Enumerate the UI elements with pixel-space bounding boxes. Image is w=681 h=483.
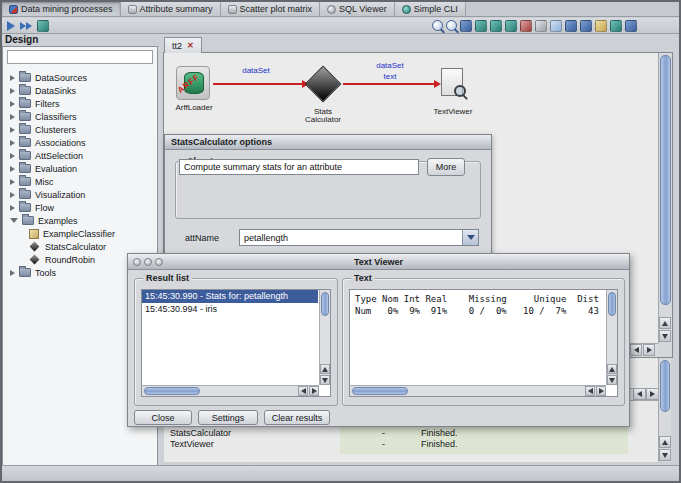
scroll-up-icon[interactable] bbox=[320, 364, 330, 374]
result-item[interactable]: 15:45:30.994 - iris bbox=[142, 303, 318, 316]
window-zoom-icon[interactable] bbox=[155, 258, 163, 266]
tree-item-statscalculator[interactable]: StatsCalculator bbox=[3, 240, 157, 253]
expand-icon[interactable] bbox=[10, 101, 15, 107]
result-list-hscrollbar[interactable] bbox=[142, 385, 319, 396]
expand-icon[interactable] bbox=[10, 88, 15, 94]
result-list[interactable]: 15:45:30.990 - Stats for: petallength 15… bbox=[141, 289, 331, 397]
expand-icon[interactable] bbox=[10, 153, 15, 159]
window-minimize-icon[interactable] bbox=[144, 258, 152, 266]
about-text-field[interactable]: Compute summary stats for an attribute bbox=[179, 159, 419, 175]
cursor-select-icon[interactable] bbox=[460, 20, 472, 32]
tree-item-evaluation[interactable]: Evaluation bbox=[3, 162, 157, 175]
dialog-titlebar[interactable]: StatsCalculator options bbox=[165, 135, 491, 150]
stop-icon[interactable] bbox=[37, 20, 49, 32]
expand-icon[interactable] bbox=[10, 205, 15, 211]
save-icon[interactable] bbox=[565, 20, 577, 32]
node-arffloader[interactable]: ARFF bbox=[176, 66, 210, 100]
scroll-left-icon[interactable] bbox=[585, 386, 595, 396]
expand-icon[interactable] bbox=[10, 140, 15, 146]
gear-icon[interactable] bbox=[610, 20, 622, 32]
scroll-up-icon[interactable] bbox=[607, 364, 617, 374]
tab-scatter-plot-matrix[interactable]: Scatter plot matrix bbox=[221, 2, 321, 16]
tab-simple-cli[interactable]: Simple CLI bbox=[395, 2, 466, 16]
tree-item-associations[interactable]: Associations bbox=[3, 136, 157, 149]
collapse-icon[interactable] bbox=[10, 218, 18, 223]
vscrollbar-thumb[interactable] bbox=[660, 360, 670, 412]
scroll-left-icon[interactable] bbox=[298, 386, 308, 396]
result-item-selected[interactable]: 15:45:30.990 - Stats for: petallength bbox=[142, 290, 318, 303]
new-flow-icon[interactable] bbox=[550, 20, 562, 32]
hscrollbar-thumb[interactable] bbox=[144, 387, 200, 395]
scroll-down-icon[interactable] bbox=[320, 375, 330, 385]
tab-attribute-summary[interactable]: Attribute summary bbox=[121, 2, 221, 16]
grid-icon[interactable] bbox=[535, 20, 547, 32]
scroll-down-icon[interactable] bbox=[659, 330, 671, 342]
tree-filter-input[interactable] bbox=[7, 50, 153, 64]
close-button[interactable]: Close bbox=[134, 410, 192, 425]
play-icon[interactable] bbox=[7, 21, 15, 31]
scroll-right-icon[interactable] bbox=[596, 386, 606, 396]
scroll-right-icon[interactable] bbox=[309, 386, 319, 396]
tree-item-attselection[interactable]: AttSelection bbox=[3, 149, 157, 162]
connection-dataset-2[interactable] bbox=[343, 83, 435, 85]
more-button[interactable]: More bbox=[427, 158, 465, 176]
zoom-out-icon[interactable] bbox=[432, 20, 443, 31]
attname-combobox[interactable]: petallength bbox=[239, 229, 479, 246]
help-icon[interactable] bbox=[625, 20, 637, 32]
scroll-up-icon[interactable] bbox=[659, 436, 671, 448]
connection-dataset-1[interactable] bbox=[213, 83, 303, 85]
cut-icon[interactable] bbox=[475, 20, 487, 32]
tree-item-visualization[interactable]: Visualization bbox=[3, 188, 157, 201]
text-hscrollbar[interactable] bbox=[350, 385, 606, 396]
vscrollbar-thumb[interactable] bbox=[660, 55, 671, 305]
tree-item-filters[interactable]: Filters bbox=[3, 97, 157, 110]
scroll-up-icon[interactable] bbox=[659, 317, 671, 329]
combobox-dropdown-button[interactable] bbox=[462, 230, 478, 245]
result-list-vscrollbar[interactable] bbox=[319, 290, 330, 385]
tree-item-clusterers[interactable]: Clusterers bbox=[3, 123, 157, 136]
flow-document-tab[interactable]: tt2 ✕ bbox=[164, 37, 202, 53]
window-close-icon[interactable] bbox=[133, 258, 141, 266]
tree-item-misc[interactable]: Misc bbox=[3, 175, 157, 188]
tree-item-classifiers[interactable]: Classifiers bbox=[3, 110, 157, 123]
vscrollbar-thumb[interactable] bbox=[321, 292, 329, 316]
expand-icon[interactable] bbox=[10, 192, 15, 198]
scroll-left-icon[interactable] bbox=[633, 388, 646, 400]
vscrollbar-thumb[interactable] bbox=[608, 292, 616, 316]
close-tab-icon[interactable]: ✕ bbox=[187, 41, 194, 50]
tab-sql-viewer[interactable]: SQL Viewer bbox=[320, 2, 395, 16]
play-parallel-icon[interactable] bbox=[20, 22, 32, 30]
expand-icon[interactable] bbox=[10, 179, 15, 185]
tab-data-mining-processes[interactable]: Data mining processes bbox=[2, 2, 121, 16]
log-vscrollbar[interactable] bbox=[658, 358, 671, 462]
scroll-down-icon[interactable] bbox=[607, 375, 617, 385]
text-output-area[interactable]: Type Nom Int Real Missing Unique Dist Nu… bbox=[349, 289, 618, 397]
zoom-in-icon[interactable] bbox=[446, 20, 457, 31]
copy-icon[interactable] bbox=[490, 20, 502, 32]
hscrollbar-thumb[interactable] bbox=[352, 387, 408, 395]
tree-item-examples[interactable]: Examples bbox=[3, 214, 157, 227]
paste-icon[interactable] bbox=[505, 20, 517, 32]
delete-icon[interactable] bbox=[520, 20, 532, 32]
scroll-down-icon[interactable] bbox=[659, 449, 671, 461]
expand-icon[interactable] bbox=[10, 114, 15, 120]
node-textviewer[interactable] bbox=[441, 68, 463, 96]
clear-results-button[interactable]: Clear results bbox=[264, 410, 330, 425]
save-as-icon[interactable] bbox=[580, 20, 592, 32]
dialog-titlebar[interactable]: Text Viewer bbox=[128, 254, 629, 270]
tree-item-datasources[interactable]: DataSources bbox=[3, 71, 157, 84]
tree-item-exampleclassifier[interactable]: ExampleClassifier bbox=[3, 227, 157, 240]
settings-button[interactable]: Settings bbox=[198, 410, 258, 425]
canvas-vscrollbar[interactable] bbox=[658, 53, 672, 343]
scroll-right-icon[interactable] bbox=[643, 344, 655, 356]
expand-icon[interactable] bbox=[10, 270, 15, 276]
tree-item-datasinks[interactable]: DataSinks bbox=[3, 84, 157, 97]
scroll-left-icon[interactable] bbox=[630, 344, 642, 356]
text-vscrollbar[interactable] bbox=[606, 290, 617, 385]
load-icon[interactable] bbox=[595, 20, 607, 32]
tree-item-flow[interactable]: Flow bbox=[3, 201, 157, 214]
expand-icon[interactable] bbox=[10, 127, 15, 133]
expand-icon[interactable] bbox=[10, 166, 15, 172]
node-statscalculator[interactable] bbox=[305, 66, 342, 103]
expand-icon[interactable] bbox=[10, 75, 15, 81]
